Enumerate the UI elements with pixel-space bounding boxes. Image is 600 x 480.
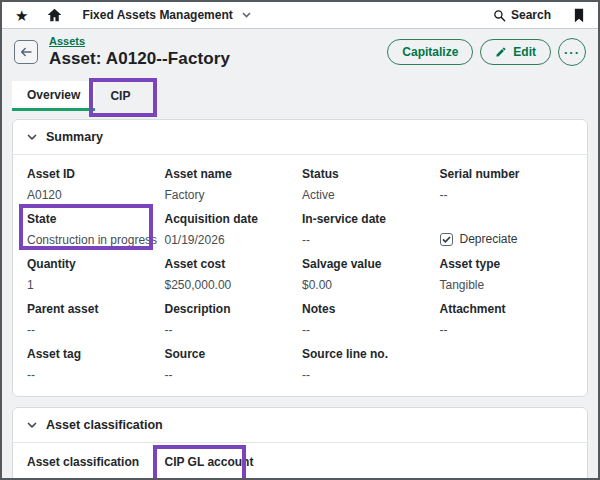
field-value: -- xyxy=(440,323,574,337)
tabbar: Overview CIP xyxy=(2,77,598,111)
back-button[interactable] xyxy=(14,40,38,64)
field-label: Asset name xyxy=(165,167,299,181)
field-source-line-no: Source line no. -- xyxy=(302,347,436,382)
depreciate-checkbox[interactable] xyxy=(440,233,453,246)
field-label: Asset cost xyxy=(165,257,299,271)
topbar: ★ Fixed Assets Management Search xyxy=(2,2,598,29)
field-label: Quantity xyxy=(27,257,161,271)
breadcrumb-assets-link[interactable]: Assets xyxy=(49,35,85,47)
edit-button[interactable]: Edit xyxy=(480,39,551,65)
edit-label: Edit xyxy=(513,45,536,59)
field-parent-asset: Parent asset -- xyxy=(27,302,161,337)
chevron-down-icon xyxy=(242,12,251,18)
field-attachment: Attachment -- xyxy=(440,302,574,337)
classification-card: Asset classification Asset classificatio… xyxy=(12,407,588,480)
field-value: -- xyxy=(440,188,574,202)
field-asset-type: Asset type Tangible xyxy=(440,257,574,292)
collapse-chevron-icon xyxy=(27,134,37,140)
field-label: Salvage value xyxy=(302,257,436,271)
check-icon xyxy=(442,236,451,243)
field-asset-tag: Asset tag -- xyxy=(27,347,161,382)
classification-section-title: Asset classification xyxy=(46,418,163,432)
capitalize-button[interactable]: Capitalize xyxy=(387,39,473,65)
field-value: -- xyxy=(165,368,299,382)
field-value: -- xyxy=(27,323,161,337)
capitalize-label: Capitalize xyxy=(402,45,458,59)
pencil-icon xyxy=(495,46,507,58)
field-state: State Construction in progress xyxy=(27,212,161,247)
field-label: Attachment xyxy=(440,302,574,316)
page-title: Asset: A0120--Factory xyxy=(49,49,230,69)
tab-overview-label: Overview xyxy=(27,88,80,102)
field-label: In-service date xyxy=(302,212,436,226)
field-value: Construction in progress xyxy=(27,233,161,247)
field-value: 1 xyxy=(27,278,161,292)
header-actions: Capitalize Edit ··· xyxy=(387,38,586,66)
app-window: ★ Fixed Assets Management Search xyxy=(0,0,600,480)
field-value: Tangible xyxy=(440,278,574,292)
field-value: -- xyxy=(302,323,436,337)
field-value: -- xyxy=(302,233,436,247)
topbar-right: Search xyxy=(493,8,585,23)
cip-gl-account-link[interactable]: 1502--Buildings xyxy=(165,476,248,480)
summary-section-header[interactable]: Summary xyxy=(13,120,587,155)
app-title: Fixed Assets Management xyxy=(82,8,232,22)
field-value: -- xyxy=(27,368,161,382)
field-empty xyxy=(440,347,574,382)
field-label: Parent asset xyxy=(27,302,161,316)
depreciate-checkbox-row[interactable]: Depreciate xyxy=(440,232,518,246)
field-asset-id: Asset ID A0120 xyxy=(27,167,161,202)
field-value: -- xyxy=(165,323,299,337)
field-label: Asset classification xyxy=(27,455,161,469)
field-label: Asset tag xyxy=(27,347,161,361)
home-icon[interactable] xyxy=(47,8,62,22)
search-icon xyxy=(493,9,506,22)
page-header: Assets Asset: A0120--Factory Capitalize … xyxy=(2,29,598,77)
bookmark-icon[interactable] xyxy=(573,8,585,23)
favorites-star-icon[interactable]: ★ xyxy=(15,8,28,23)
tab-cip-label: CIP xyxy=(110,89,130,103)
field-value: $0.00 xyxy=(302,278,436,292)
field-notes: Notes -- xyxy=(302,302,436,337)
home-icon-glyph xyxy=(47,8,62,22)
field-label: Asset ID xyxy=(27,167,161,181)
app-switcher[interactable]: Fixed Assets Management xyxy=(82,8,250,22)
title-block: Assets Asset: A0120--Factory xyxy=(49,35,230,69)
field-label: Source line no. xyxy=(302,347,436,361)
field-in-service-date: In-service date -- xyxy=(302,212,436,247)
field-value: 01/19/2026 xyxy=(165,233,299,247)
tab-cip[interactable]: CIP xyxy=(95,81,145,111)
field-label: Description xyxy=(165,302,299,316)
field-source: Source -- xyxy=(165,347,299,382)
field-description: Description -- xyxy=(165,302,299,337)
depreciate-label: Depreciate xyxy=(460,232,518,246)
field-label: Notes xyxy=(302,302,436,316)
field-label: Source xyxy=(165,347,299,361)
search-button[interactable]: Search xyxy=(493,8,551,22)
field-label: Status xyxy=(302,167,436,181)
field-value: -- xyxy=(302,368,436,382)
classification-field-grid: Asset classification BU--Buildings CIP G… xyxy=(13,443,587,480)
field-asset-classification: Asset classification BU--Buildings xyxy=(27,455,161,480)
field-value: Active xyxy=(302,188,436,202)
field-salvage-value: Salvage value $0.00 xyxy=(302,257,436,292)
field-label: Asset type xyxy=(440,257,574,271)
field-label: CIP GL account xyxy=(165,455,299,469)
summary-card: Summary Asset ID A0120 Asset name Factor… xyxy=(12,119,588,397)
back-arrow-icon xyxy=(20,47,32,57)
tab-overview[interactable]: Overview xyxy=(12,81,95,111)
summary-section-title: Summary xyxy=(46,130,103,144)
field-value: A0120 xyxy=(27,188,161,202)
field-label: Serial number xyxy=(440,167,574,181)
field-quantity: Quantity 1 xyxy=(27,257,161,292)
more-actions-button[interactable]: ··· xyxy=(558,38,586,66)
field-asset-name: Asset name Factory xyxy=(165,167,299,202)
field-value: Factory xyxy=(165,188,299,202)
field-value: $250,000.00 xyxy=(165,278,299,292)
field-label: State xyxy=(27,212,161,226)
field-serial-number: Serial number -- xyxy=(440,167,574,202)
field-acquisition-date: Acquisition date 01/19/2026 xyxy=(165,212,299,247)
classification-section-header[interactable]: Asset classification xyxy=(13,408,587,443)
asset-classification-link[interactable]: BU--Buildings xyxy=(27,476,100,480)
field-cip-gl-account: CIP GL account 1502--Buildings xyxy=(165,455,299,480)
